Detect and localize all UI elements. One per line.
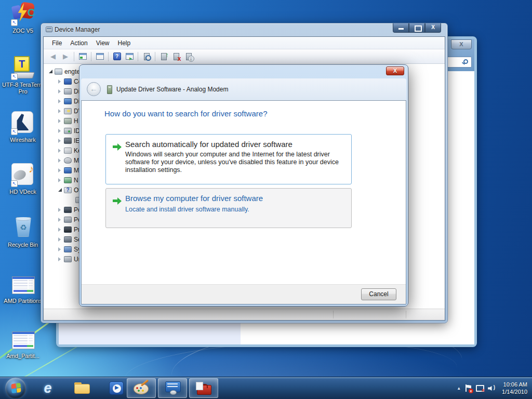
expander-icon[interactable] bbox=[57, 207, 63, 212]
minimize-button[interactable] bbox=[393, 23, 409, 33]
menu-help[interactable]: Help bbox=[114, 38, 135, 48]
windows-logo-icon bbox=[11, 383, 21, 393]
processor-icon bbox=[64, 227, 72, 233]
forward-icon[interactable]: ▶ bbox=[60, 51, 71, 62]
option-description: Locate and install driver software manua… bbox=[125, 206, 352, 214]
menu-bar: File Action View Help bbox=[44, 37, 445, 49]
keyboard-icon bbox=[64, 148, 72, 154]
start-button[interactable] bbox=[5, 378, 26, 398]
folder-icon bbox=[74, 382, 90, 394]
taskbar-media-player[interactable] bbox=[107, 378, 126, 398]
desktop-icon-label: Wireshark bbox=[0, 137, 46, 143]
close-button[interactable]: X bbox=[451, 39, 472, 49]
hdvdeck-icon bbox=[10, 163, 35, 187]
hid-icon bbox=[64, 118, 72, 124]
close-button[interactable] bbox=[425, 23, 441, 33]
desktop-icon-amd-partitions[interactable]: AMD Partitions bbox=[0, 274, 46, 304]
cancel-button[interactable]: Cancel bbox=[361, 288, 396, 300]
expander-icon[interactable] bbox=[57, 98, 63, 104]
recycle-bin-icon bbox=[10, 216, 35, 240]
expander-icon[interactable] bbox=[57, 118, 63, 124]
option-title: Browse my computer for driver software bbox=[125, 194, 263, 203]
internet-explorer-icon: e bbox=[44, 380, 51, 396]
expander-icon[interactable] bbox=[57, 148, 63, 153]
menu-action[interactable]: Action bbox=[66, 38, 91, 48]
search-icon bbox=[463, 59, 468, 64]
taskbar-toolbox-app[interactable] bbox=[189, 378, 218, 398]
taskbar: e ▲ 10:06 AM 1/14/2010 bbox=[0, 377, 532, 399]
back-button[interactable] bbox=[87, 82, 101, 96]
expander-icon[interactable] bbox=[57, 78, 63, 84]
expander-icon[interactable] bbox=[57, 187, 63, 193]
network-error-icon[interactable] bbox=[476, 384, 484, 392]
expander-icon[interactable] bbox=[57, 177, 63, 183]
volume-icon[interactable] bbox=[488, 384, 496, 392]
dialog-title: Update Driver Software - Analog Modem bbox=[116, 86, 228, 93]
scan-icon[interactable] bbox=[141, 51, 152, 62]
paint-icon bbox=[134, 382, 149, 394]
driver-icon bbox=[107, 85, 112, 94]
expander-icon[interactable] bbox=[57, 157, 63, 163]
computer-root-icon bbox=[55, 69, 62, 75]
option-title: Search automatically for updated driver … bbox=[125, 140, 292, 149]
error-badge-icon bbox=[469, 389, 473, 393]
show-console-tree-icon[interactable] bbox=[77, 51, 88, 62]
desktop-icon-teraterm[interactable]: UTF-8 TeraTerm Pro bbox=[0, 56, 46, 95]
monitor-icon bbox=[64, 167, 72, 174]
search-input[interactable] bbox=[445, 57, 472, 68]
dialog-body: How do you want to search for driver sof… bbox=[82, 101, 406, 284]
desktop-icon-wireshark[interactable]: Wireshark bbox=[0, 111, 46, 143]
mouse-icon bbox=[64, 157, 72, 164]
desktop-icon-hdvdeck[interactable]: HD VDeck bbox=[0, 163, 46, 195]
option-browse-computer[interactable]: Browse my computer for driver software L… bbox=[105, 188, 352, 228]
desktop-icon-zoc[interactable]: C ZOC V5 bbox=[0, 2, 46, 34]
expander-icon[interactable] bbox=[48, 69, 54, 74]
scan-hardware-changes-icon[interactable] bbox=[183, 51, 194, 62]
shortcut-arrow-icon bbox=[11, 128, 18, 135]
desktop-icon-amd-partit[interactable]: Amd_Partit... bbox=[0, 329, 46, 360]
expander-icon[interactable] bbox=[57, 246, 63, 252]
help-icon[interactable] bbox=[111, 51, 123, 62]
dialog-header: Update Driver Software - Analog Modem bbox=[81, 78, 406, 100]
dialog-titlebar[interactable] bbox=[79, 65, 408, 78]
expander-icon[interactable] bbox=[57, 217, 63, 222]
teraterm-icon bbox=[10, 56, 35, 80]
menu-file[interactable]: File bbox=[48, 38, 66, 48]
desktop-icon-recycle-bin[interactable]: Recycle Bin bbox=[0, 216, 46, 248]
shortcut-arrow-icon bbox=[11, 73, 18, 80]
taskbar-paint[interactable] bbox=[127, 378, 156, 398]
properties-icon[interactable] bbox=[94, 51, 105, 62]
taskbar-windows-explorer[interactable] bbox=[73, 378, 91, 398]
expander-icon[interactable] bbox=[57, 88, 63, 94]
expander-icon[interactable] bbox=[57, 227, 63, 232]
taskbar-internet-explorer[interactable]: e bbox=[38, 378, 57, 398]
expander-icon[interactable] bbox=[57, 236, 63, 242]
computer-icon bbox=[64, 78, 72, 85]
expander-spacer bbox=[69, 197, 74, 203]
maximize-button[interactable] bbox=[409, 23, 425, 33]
expander-icon[interactable] bbox=[57, 167, 63, 173]
option-search-automatically[interactable]: Search automatically for updated driver … bbox=[105, 134, 352, 184]
toolbox-icon bbox=[196, 382, 211, 395]
usb-icon bbox=[64, 256, 72, 262]
expander-icon[interactable] bbox=[57, 128, 63, 134]
disk-icon bbox=[64, 88, 72, 95]
taskbar-display-properties[interactable] bbox=[158, 378, 187, 398]
uninstall-icon[interactable] bbox=[170, 51, 182, 62]
update-driver-dialog: Update Driver Software - Analog Modem Ho… bbox=[79, 64, 408, 307]
tray-clock[interactable]: 10:06 AM 1/14/2010 bbox=[500, 381, 527, 395]
partition-window-icon bbox=[10, 329, 35, 351]
expander-icon[interactable] bbox=[57, 108, 63, 114]
dialog-heading: How do you want to search for driver sof… bbox=[104, 109, 267, 118]
show-hidden-icons[interactable]: ▲ bbox=[457, 386, 461, 391]
titlebar[interactable]: Device Manager bbox=[41, 23, 447, 36]
action-center-flag-icon[interactable] bbox=[465, 384, 472, 392]
update-driver-icon[interactable] bbox=[158, 51, 169, 62]
back-icon[interactable]: ◀ bbox=[47, 51, 59, 62]
expander-icon[interactable] bbox=[57, 138, 63, 143]
status-bar bbox=[44, 309, 445, 320]
export-list-icon[interactable] bbox=[124, 51, 135, 62]
expander-icon[interactable] bbox=[57, 256, 63, 262]
close-button[interactable] bbox=[386, 66, 404, 75]
menu-view[interactable]: View bbox=[92, 38, 114, 48]
